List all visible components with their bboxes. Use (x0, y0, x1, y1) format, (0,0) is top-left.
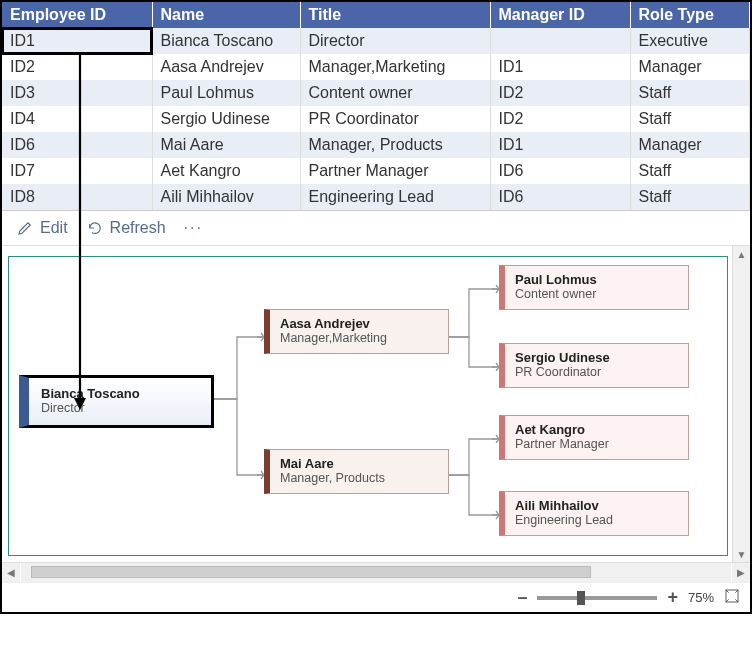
table-cell[interactable]: Aet Kangro (152, 158, 300, 184)
scroll-down-icon[interactable]: ▼ (733, 546, 750, 562)
table-cell[interactable]: Manager (630, 132, 750, 158)
table-cell[interactable]: Content owner (300, 80, 490, 106)
table-cell[interactable]: Director (300, 28, 490, 54)
table-cell[interactable]: ID6 (2, 132, 152, 158)
table-cell[interactable]: Manager,Marketing (300, 54, 490, 80)
org-canvas[interactable]: Bianca Toscano Director Aasa Andrejev Ma… (2, 246, 732, 562)
table-cell[interactable]: ID6 (490, 184, 630, 210)
node-title: Content owner (515, 287, 678, 301)
scroll-thumb[interactable] (31, 566, 591, 578)
table-cell[interactable]: Staff (630, 158, 750, 184)
org-node-staff-2[interactable]: Sergio Udinese PR Coordinator (499, 343, 689, 388)
zoom-value: 75% (688, 590, 714, 605)
org-node-staff-1[interactable]: Paul Lohmus Content owner (499, 265, 689, 310)
table-cell[interactable]: ID6 (490, 158, 630, 184)
org-canvas-inner: Bianca Toscano Director Aasa Andrejev Ma… (8, 256, 728, 556)
pencil-icon (16, 219, 34, 237)
node-name: Aet Kangro (515, 422, 678, 437)
node-name: Aili Mihhailov (515, 498, 678, 513)
fit-to-window-button[interactable] (724, 588, 740, 607)
zoom-in-button[interactable]: + (667, 587, 678, 608)
org-node-root[interactable]: Bianca Toscano Director (19, 375, 214, 428)
zoom-out-button[interactable]: – (517, 587, 527, 608)
table-row[interactable]: ID2Aasa AndrejevManager,MarketingID1Mana… (2, 54, 750, 80)
table-region: Employee ID Name Title Manager ID Role T… (2, 2, 750, 210)
horizontal-scrollbar[interactable]: ◀ ▶ (2, 562, 750, 582)
zoom-slider[interactable] (537, 596, 657, 600)
scroll-left-icon[interactable]: ◀ (2, 563, 20, 582)
node-name: Mai Aare (280, 456, 438, 471)
table-row[interactable]: ID3Paul LohmusContent ownerID2Staff (2, 80, 750, 106)
node-name: Bianca Toscano (41, 386, 199, 401)
col-title[interactable]: Title (300, 2, 490, 28)
table-row[interactable]: ID4Sergio UdinesePR CoordinatorID2Staff (2, 106, 750, 132)
org-node-manager-2[interactable]: Mai Aare Manager, Products (264, 449, 449, 494)
table-cell[interactable] (490, 28, 630, 54)
table-cell[interactable]: Staff (630, 80, 750, 106)
table-cell[interactable]: ID2 (2, 54, 152, 80)
table-header-row: Employee ID Name Title Manager ID Role T… (2, 2, 750, 28)
edit-label: Edit (40, 219, 68, 237)
table-cell[interactable]: ID2 (490, 80, 630, 106)
node-name: Sergio Udinese (515, 350, 678, 365)
col-name[interactable]: Name (152, 2, 300, 28)
table-cell[interactable]: Manager (630, 54, 750, 80)
table-row[interactable]: ID7Aet KangroPartner ManagerID6Staff (2, 158, 750, 184)
table-cell[interactable]: Executive (630, 28, 750, 54)
table-cell[interactable]: Sergio Udinese (152, 106, 300, 132)
toolbar: Edit Refresh ··· (2, 210, 750, 245)
table-row[interactable]: ID8Aili MihhailovEngineering LeadID6Staf… (2, 184, 750, 210)
fit-icon (724, 588, 740, 604)
edit-button[interactable]: Edit (16, 219, 68, 237)
node-name: Aasa Andrejev (280, 316, 438, 331)
table-cell[interactable]: Paul Lohmus (152, 80, 300, 106)
table-cell[interactable]: Aili Mihhailov (152, 184, 300, 210)
canvas-wrap: Bianca Toscano Director Aasa Andrejev Ma… (2, 245, 750, 562)
table-row[interactable]: ID1Bianca ToscanoDirectorExecutive (2, 28, 750, 54)
node-name: Paul Lohmus (515, 272, 678, 287)
node-title: Manager,Marketing (280, 331, 438, 345)
table-cell[interactable]: PR Coordinator (300, 106, 490, 132)
table-cell[interactable]: Bianca Toscano (152, 28, 300, 54)
node-title: Engineering Lead (515, 513, 678, 527)
zoom-slider-knob[interactable] (577, 591, 585, 605)
table-cell[interactable]: ID1 (490, 132, 630, 158)
scroll-track[interactable] (21, 563, 731, 582)
zoom-bar: – + 75% (2, 582, 750, 612)
table-cell[interactable]: Mai Aare (152, 132, 300, 158)
table-cell[interactable]: ID3 (2, 80, 152, 106)
org-node-staff-3[interactable]: Aet Kangro Partner Manager (499, 415, 689, 460)
table-row[interactable]: ID6Mai AareManager, ProductsID1Manager (2, 132, 750, 158)
refresh-label: Refresh (110, 219, 166, 237)
table-cell[interactable]: ID4 (2, 106, 152, 132)
employee-table: Employee ID Name Title Manager ID Role T… (2, 2, 750, 210)
vertical-scrollbar[interactable]: ▲ ▼ (732, 246, 750, 562)
refresh-icon (86, 219, 104, 237)
node-title: Director (41, 401, 199, 415)
table-cell[interactable]: Aasa Andrejev (152, 54, 300, 80)
scroll-right-icon[interactable]: ▶ (732, 563, 750, 582)
col-employee-id[interactable]: Employee ID (2, 2, 152, 28)
node-title: Partner Manager (515, 437, 678, 451)
table-cell[interactable]: Manager, Products (300, 132, 490, 158)
col-manager-id[interactable]: Manager ID (490, 2, 630, 28)
org-node-staff-4[interactable]: Aili Mihhailov Engineering Lead (499, 491, 689, 536)
table-cell[interactable]: ID8 (2, 184, 152, 210)
table-cell[interactable]: ID2 (490, 106, 630, 132)
table-cell[interactable]: ID1 (2, 28, 152, 54)
more-button[interactable]: ··· (184, 219, 203, 237)
table-cell[interactable]: Engineering Lead (300, 184, 490, 210)
refresh-button[interactable]: Refresh (86, 219, 166, 237)
node-title: Manager, Products (280, 471, 438, 485)
table-cell[interactable]: Staff (630, 184, 750, 210)
scroll-up-icon[interactable]: ▲ (733, 246, 750, 262)
table-cell[interactable]: ID7 (2, 158, 152, 184)
table-cell[interactable]: Partner Manager (300, 158, 490, 184)
table-cell[interactable]: Staff (630, 106, 750, 132)
table-cell[interactable]: ID1 (490, 54, 630, 80)
col-role-type[interactable]: Role Type (630, 2, 750, 28)
org-node-manager-1[interactable]: Aasa Andrejev Manager,Marketing (264, 309, 449, 354)
app-frame: Employee ID Name Title Manager ID Role T… (0, 0, 752, 614)
node-title: PR Coordinator (515, 365, 678, 379)
